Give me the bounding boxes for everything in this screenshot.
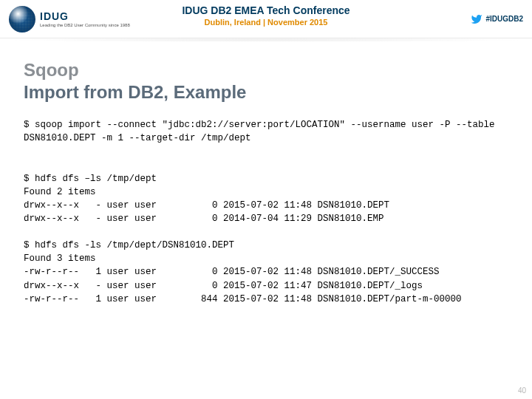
conference-title-block: IDUG DB2 EMEA Tech Conference Dublin, Ir… [0, 4, 532, 27]
slide-title: Sqoop Import from DB2, Example [24, 59, 532, 103]
slide-title-line2: Import from DB2, Example [24, 81, 532, 103]
conference-subtitle: Dublin, Ireland | November 2015 [0, 18, 532, 27]
slide-header: IDUG Leading the DB2 User Community sinc… [0, 0, 532, 38]
slide-title-line1: Sqoop [24, 59, 532, 81]
slide-number: 40 [518, 386, 526, 395]
code-block: $ sqoop import --connect "jdbc:db2://ser… [24, 118, 508, 306]
conference-title: IDUG DB2 EMEA Tech Conference [0, 4, 532, 16]
